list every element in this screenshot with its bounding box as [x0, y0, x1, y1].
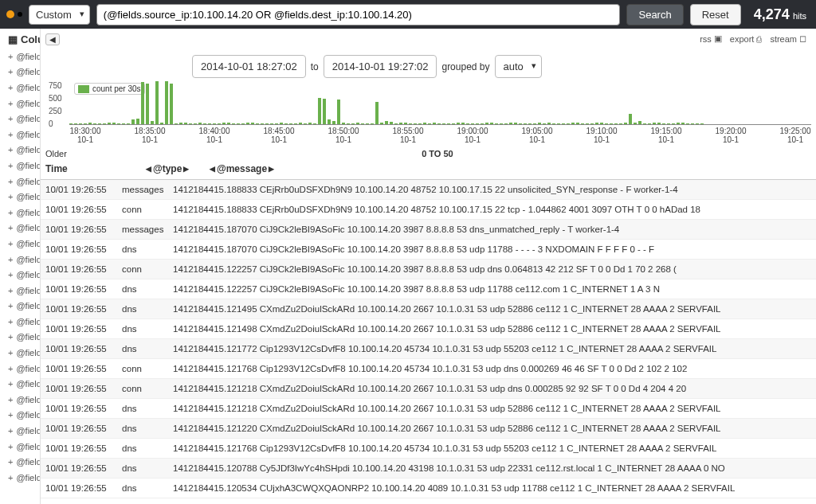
chart-bar[interactable] [677, 123, 680, 124]
chart-bar[interactable] [356, 123, 359, 124]
chart-bar[interactable] [275, 123, 278, 124]
column-field[interactable]: +@fields.epochdate▶ [8, 143, 35, 158]
chart-bar[interactable] [141, 82, 144, 124]
chart-bar[interactable] [457, 123, 460, 124]
from-time-input[interactable]: 2014-10-01 18:27:02 [192, 55, 306, 78]
column-field[interactable]: +@fields.source_ip▶ [8, 470, 35, 486]
chart-bar[interactable] [471, 123, 474, 124]
chart-bar[interactable] [179, 123, 182, 124]
chart-bar[interactable] [88, 123, 92, 124]
chart-bar[interactable] [261, 123, 264, 124]
chart-bar[interactable] [399, 123, 402, 124]
chart-bar[interactable] [84, 123, 87, 124]
chart-bar[interactable] [175, 123, 178, 124]
chart-bar[interactable] [557, 123, 560, 124]
collapse-button[interactable]: ◀ [45, 33, 60, 45]
chart-bar[interactable] [409, 123, 412, 124]
chart-bar[interactable] [117, 123, 120, 124]
chart-bar[interactable] [404, 123, 407, 124]
chart-bar[interactable] [299, 123, 302, 124]
column-field[interactable]: +@fields.dest_port▶ [8, 111, 35, 127]
chart-bar[interactable] [610, 123, 613, 124]
rss-link[interactable]: rss ▣ [700, 33, 722, 44]
chart-bar[interactable] [476, 123, 479, 124]
chart-bar[interactable] [294, 123, 297, 124]
chart-bar[interactable] [103, 123, 106, 124]
column-field[interactable]: +@fields.local_orig▶ [8, 174, 35, 189]
chart-bar[interactable] [394, 123, 398, 124]
chart-bar[interactable] [657, 123, 661, 124]
chart-bar[interactable] [366, 123, 369, 124]
chart-bar[interactable] [265, 123, 269, 124]
chart-bar[interactable] [289, 123, 292, 124]
stream-link[interactable]: stream ◻ [770, 33, 806, 44]
chart-bar[interactable] [619, 123, 622, 124]
chart-bar[interactable] [433, 123, 436, 124]
table-row[interactable]: 10/01 19:26:55dns1412184415.121498 CXmdZ… [41, 319, 816, 339]
column-field[interactable]: +@fields.notice▶ [8, 236, 35, 252]
chart-bar[interactable] [284, 123, 288, 124]
chart-bar[interactable] [437, 123, 441, 124]
chart-bar[interactable] [428, 123, 431, 124]
column-field[interactable]: +@fields.rcode_name▶ [8, 361, 35, 377]
chart-bar[interactable] [328, 119, 331, 124]
chart-bar[interactable] [447, 123, 450, 124]
col-type[interactable]: ◀ @type ▶ [146, 163, 210, 174]
chart-bar[interactable] [590, 123, 594, 124]
chart-bar[interactable] [189, 123, 192, 124]
chart-bar[interactable] [662, 123, 665, 124]
table-row[interactable]: 10/01 19:26:55dns1412184415.121495 CXmdZ… [41, 299, 816, 319]
chart-bar[interactable] [371, 123, 374, 124]
col-message[interactable]: ◀ @message ▶ [210, 163, 274, 174]
chart-bar[interactable] [213, 123, 216, 124]
column-field[interactable]: +@fields.query▶ [8, 345, 35, 361]
chart-bar[interactable] [696, 123, 699, 124]
chart-bar[interactable] [218, 123, 221, 124]
to-time-input[interactable]: 2014-10-01 19:27:02 [324, 55, 437, 78]
chart-bar[interactable] [528, 123, 532, 124]
column-field[interactable]: +@fields.qtype_name▶ [8, 330, 35, 346]
column-field[interactable]: +@fields.resp_pkts▶ [8, 439, 35, 455]
chart-bar[interactable] [237, 123, 240, 124]
chart-bar[interactable] [318, 98, 321, 124]
column-field[interactable]: +@fields.history▶ [8, 158, 35, 174]
column-field[interactable]: +@fields.protocol▶ [8, 299, 35, 315]
chart-bar[interactable] [323, 99, 326, 124]
chart-bar[interactable] [653, 123, 656, 124]
reset-button[interactable]: Reset [690, 4, 741, 25]
chart-bar[interactable] [390, 122, 393, 124]
column-field[interactable]: +@fields.answers▶ [8, 64, 35, 80]
chart-bar[interactable] [418, 123, 422, 124]
chart-bar[interactable] [643, 123, 646, 124]
table-row[interactable]: 10/01 19:26:55dns1412184415.121772 Cip12… [41, 339, 816, 359]
chart-bar[interactable] [385, 121, 388, 124]
chart-bar[interactable] [634, 123, 637, 124]
chart-bar[interactable] [681, 123, 685, 124]
chart-bar[interactable] [466, 123, 469, 124]
chart-bar[interactable] [614, 123, 618, 124]
table-row[interactable]: 10/01 19:26:55dns1412184415.120788 Cy5JD… [41, 459, 816, 479]
chart-bar[interactable] [581, 123, 584, 124]
chart-bar[interactable] [361, 123, 364, 124]
chart-bar[interactable] [222, 123, 226, 124]
chart-bar[interactable] [304, 123, 307, 124]
chart-bar[interactable] [629, 114, 632, 124]
chart-bar[interactable] [256, 123, 259, 124]
column-field[interactable]: +@fields.rejected▶ [8, 376, 35, 392]
chart-bar[interactable] [667, 123, 670, 124]
column-field[interactable]: +@fields.orig_pkts▶ [8, 283, 35, 299]
chart-bar[interactable] [131, 119, 135, 124]
table-row[interactable]: 10/01 19:26:55dns1412184415.121220 CXmdZ… [41, 419, 816, 439]
chart-bar[interactable] [595, 123, 598, 124]
chart-bar[interactable] [108, 123, 111, 124]
chart-bar[interactable] [500, 123, 503, 124]
column-field[interactable]: +@fields.service▶ [8, 454, 35, 470]
chart-bar[interactable] [112, 123, 116, 124]
chart-bar[interactable] [69, 123, 73, 124]
chart-bar[interactable] [638, 121, 641, 124]
older-link[interactable]: Older [45, 149, 67, 158]
chart-bar[interactable] [461, 123, 465, 124]
chart-bar[interactable] [342, 123, 345, 124]
table-row[interactable]: 10/01 19:26:55conn1412184415.121768 Cip1… [41, 359, 816, 379]
chart-bar[interactable] [74, 123, 77, 124]
